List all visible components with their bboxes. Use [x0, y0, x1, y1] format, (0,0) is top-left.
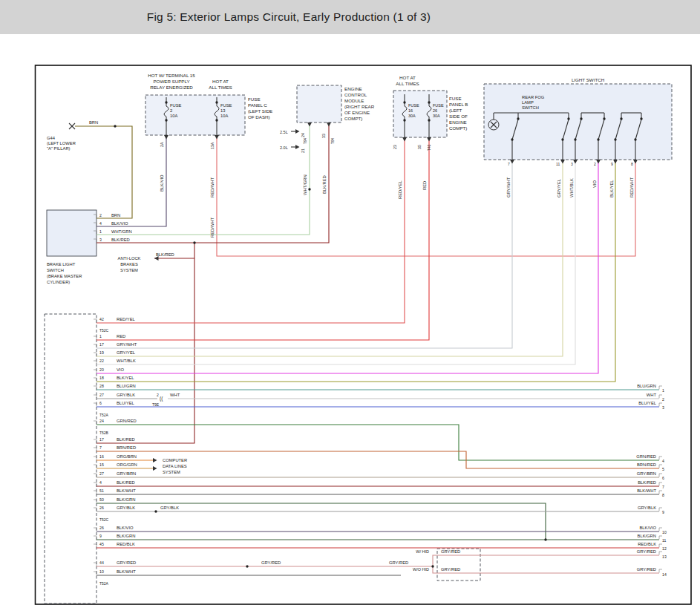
diagram-label: WHT — [647, 393, 657, 397]
junction-dot — [215, 119, 217, 121]
diagram-label: 2A — [160, 142, 164, 147]
diagram-label: PANEL C — [248, 102, 267, 108]
pin-tick — [94, 500, 97, 503]
diagram-label: BRAKE LIGHT — [47, 262, 76, 266]
junction-dot — [165, 119, 167, 121]
diagram-label: REAR FOG — [522, 95, 545, 99]
diagram-label: 2.0L — [280, 145, 288, 150]
diagram-label: T52B — [99, 431, 109, 435]
wire-whtblk — [97, 160, 575, 364]
diagram-label: 16 — [99, 454, 104, 459]
diagram-label: VIO — [117, 367, 124, 372]
diagram-label: 3 — [99, 238, 102, 242]
diagram-label: 7 — [508, 162, 510, 166]
diagram-label: 44 — [99, 560, 104, 565]
diagram-label: GRY/RED — [637, 567, 656, 572]
junction-dot — [193, 241, 195, 243]
diagram-label: SWITCH — [522, 105, 539, 110]
diagram-label: 35 — [417, 145, 422, 149]
diagram-label: BRN — [111, 213, 120, 218]
wire-grnred — [97, 425, 659, 460]
diagram-label: 26 — [99, 506, 104, 510]
pin-tick — [94, 528, 97, 532]
diagram-label: 10A — [220, 114, 228, 118]
junction-dot — [634, 138, 636, 140]
junction-dot — [614, 138, 616, 140]
fuse-panel-b-box — [393, 91, 447, 137]
arrowhead-icon — [510, 160, 514, 164]
wire-brn — [75, 126, 132, 218]
diagram-label: G44 — [47, 136, 56, 140]
junction-dot — [428, 101, 430, 103]
diagram-label: 14 — [662, 572, 667, 577]
pin-tick — [659, 508, 662, 511]
diagram-label: 30A — [433, 114, 440, 118]
diagram-label: BRAKES — [120, 262, 138, 266]
diagram-label: 16 — [408, 108, 413, 113]
wire-blk — [69, 123, 75, 129]
left-connector-box — [45, 314, 97, 604]
diagram-label: ALL TIMES — [396, 81, 419, 86]
diagram-label: GRY/RED — [261, 560, 281, 565]
diagram-label: ENGINE — [344, 86, 362, 91]
figure-title-bar: Fig 5: Exterior Lamps Circuit, Early Pro… — [0, 0, 700, 34]
wire-blk — [598, 120, 604, 140]
diagram-label: 28 — [99, 384, 104, 388]
pin-tick — [94, 536, 97, 540]
diagram-label: HOT AT — [399, 75, 416, 80]
diagram-label: 6 — [662, 476, 664, 480]
diagram-label: DATA LINES — [163, 464, 187, 468]
diagram-label: RELAY ENERGIZED — [150, 85, 193, 90]
light-switch-box — [484, 84, 672, 160]
diagram-label: CONTROL — [344, 92, 367, 97]
junction-dot — [308, 188, 310, 190]
junction-dot — [114, 125, 116, 127]
diagram-label: 30A — [408, 114, 416, 118]
wire-blkvio — [97, 135, 166, 226]
diagram-label: BLU/GRN — [637, 384, 656, 388]
hid-option-box — [437, 549, 480, 581]
diagram-label: 50 — [99, 497, 104, 502]
diagram-label: WHT/GRN — [111, 229, 132, 234]
diagram-label: 33 — [321, 134, 326, 138]
diagram-label: 10 — [662, 530, 667, 534]
diagram-label: FUSE — [170, 103, 182, 108]
diagram-label: 8 — [631, 162, 633, 166]
diagram-label: (BRAKE MASTER — [47, 274, 82, 278]
diagram-label: BLK/RED — [156, 252, 174, 257]
diagram-label: 11 — [662, 538, 666, 543]
diagram-label: GRY/BLK — [638, 506, 656, 510]
diagram-label: BLK/GRN — [638, 534, 656, 538]
diagram-label: RED/YEL — [398, 180, 402, 199]
diagram-label: 2 — [170, 108, 172, 113]
diagram-label: GRY/BRN — [637, 471, 656, 476]
pin-tick — [94, 231, 97, 235]
wire-blkgrn — [97, 503, 546, 540]
diagram-label: GRY/WHT — [506, 177, 511, 197]
diagram-label: GRY/RED — [389, 560, 408, 565]
diagram-label: ORG/GRN — [117, 462, 137, 467]
diagram-label: 20 — [99, 367, 104, 372]
diagram-label: GRY/BLK — [160, 506, 179, 510]
junction-dot — [431, 565, 434, 567]
junction-dot — [544, 538, 546, 540]
diagram-label: SYSTEM — [120, 268, 138, 272]
diagram-label: 26 — [99, 526, 104, 530]
diagram-label: GRY/YEL — [557, 178, 561, 197]
diagram-label: BLK/RED — [322, 175, 327, 194]
pin-tick — [94, 344, 97, 348]
junction-dot — [620, 117, 622, 120]
diagram-label: 3 — [662, 405, 664, 410]
pin-tick — [94, 370, 97, 373]
wire-redyel — [97, 137, 405, 323]
arrowhead-icon — [573, 160, 578, 164]
arrowhead-icon — [327, 122, 331, 127]
wire-blk — [491, 122, 497, 128]
wire-blk — [635, 120, 641, 140]
diagram-label: BLK/VIO — [160, 174, 164, 192]
pin-tick — [94, 319, 97, 323]
diagram-label: FUSE — [248, 97, 261, 102]
pin-tick — [94, 239, 97, 243]
arrowhead-icon — [164, 135, 169, 140]
pin-tick — [659, 536, 662, 540]
